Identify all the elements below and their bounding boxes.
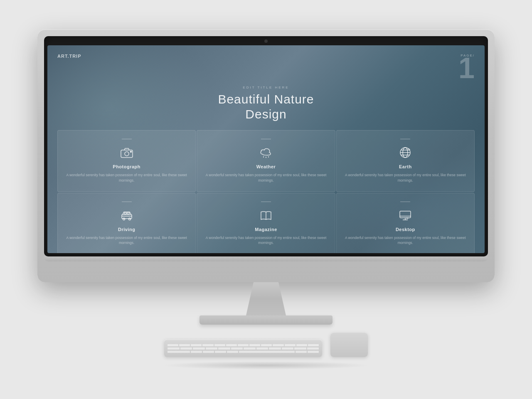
camera-icon	[119, 145, 134, 160]
card-magazine-title: Magazine	[255, 227, 277, 232]
key	[256, 347, 268, 350]
globe-icon	[398, 145, 413, 160]
card-driving: Driving A wonderful serenity has taken p…	[57, 193, 196, 254]
key	[215, 351, 226, 353]
card-weather-title: Weather	[256, 164, 276, 169]
keyboard-row-1	[167, 344, 319, 346]
key	[167, 351, 190, 353]
trackpad	[330, 333, 368, 357]
key	[273, 344, 283, 346]
card-divider	[122, 139, 132, 139]
title-area: EDIT TITLE HERE Beautiful NatureDesign	[47, 81, 485, 130]
key	[249, 344, 260, 346]
keyboard-row-3	[167, 351, 319, 353]
monitor-bottom-bar	[44, 256, 488, 261]
card-desktop-title: Desktop	[396, 227, 415, 232]
card-magazine: Magazine A wonderful serenity has taken …	[197, 193, 335, 254]
card-earth-text: A wonderful serenity has taken possessio…	[343, 172, 468, 183]
key	[239, 351, 295, 353]
key	[231, 347, 243, 350]
cards-grid: Photograph A wonderful serenity has take…	[47, 130, 485, 253]
card-divider	[122, 202, 132, 202]
page-number: 1	[458, 55, 475, 81]
key	[307, 347, 319, 350]
edit-title-label: EDIT TITLE HERE	[47, 86, 485, 89]
svg-point-13	[128, 218, 131, 220]
brand-name: ART.TRIP	[57, 54, 81, 59]
key	[206, 347, 218, 350]
card-weather-text: A wonderful serenity has taken possessio…	[204, 172, 328, 183]
page-indicator: PAGE/ 1	[458, 54, 475, 81]
car-icon	[119, 208, 134, 223]
key	[308, 351, 319, 353]
cloud-icon	[259, 145, 273, 160]
key	[296, 351, 307, 353]
key	[282, 347, 294, 350]
key	[294, 347, 306, 350]
key	[227, 351, 238, 353]
monitor-bezel: ART.TRIP PAGE/ 1 EDIT TITLE HERE Beautif…	[44, 36, 488, 256]
key	[261, 344, 272, 346]
keyboard	[164, 340, 322, 357]
card-divider	[400, 139, 410, 139]
card-magazine-text: A wonderful serenity has taken possessio…	[204, 235, 328, 246]
stand-base	[200, 315, 332, 325]
card-photograph: Photograph A wonderful serenity has take…	[57, 130, 196, 192]
key	[191, 344, 202, 346]
desktop-icon	[398, 208, 413, 223]
key	[218, 347, 230, 350]
card-driving-title: Driving	[118, 227, 135, 232]
scene: ART.TRIP PAGE/ 1 EDIT TITLE HERE Beautif…	[37, 30, 495, 369]
key	[167, 344, 178, 346]
key	[167, 347, 180, 350]
card-desktop-text: A wonderful serenity has taken possessio…	[343, 235, 468, 246]
key	[226, 344, 237, 346]
monitor-outer: ART.TRIP PAGE/ 1 EDIT TITLE HERE Beautif…	[37, 30, 495, 282]
card-photograph-text: A wonderful serenity has taken possessio…	[64, 172, 189, 183]
svg-point-2	[130, 151, 131, 153]
svg-point-1	[125, 152, 129, 156]
card-earth-title: Earth	[399, 164, 412, 169]
key	[269, 347, 281, 350]
svg-rect-15	[124, 212, 126, 214]
key	[285, 344, 296, 346]
card-divider	[261, 202, 271, 202]
shadow-ellipse	[162, 361, 370, 369]
key	[191, 351, 202, 353]
card-divider	[400, 202, 410, 202]
key	[179, 344, 190, 346]
key	[214, 344, 225, 346]
keyboard-area	[164, 333, 368, 357]
key	[203, 351, 214, 353]
card-driving-text: A wonderful serenity has taken possessio…	[64, 235, 189, 246]
stand-neck	[241, 282, 291, 315]
card-photograph-title: Photograph	[113, 164, 140, 169]
screen-content: ART.TRIP PAGE/ 1 EDIT TITLE HERE Beautif…	[47, 45, 485, 253]
screen: ART.TRIP PAGE/ 1 EDIT TITLE HERE Beautif…	[47, 45, 485, 253]
card-earth: Earth A wonderful serenity has taken pos…	[336, 130, 475, 192]
book-icon	[259, 208, 273, 223]
screen-header: ART.TRIP PAGE/ 1	[47, 45, 485, 81]
key	[180, 347, 192, 350]
key	[193, 347, 205, 350]
key	[308, 344, 319, 346]
card-desktop: Desktop A wonderful serenity has taken p…	[336, 193, 475, 254]
card-weather: Weather A wonderful serenity has taken p…	[197, 130, 335, 192]
svg-rect-18	[400, 211, 411, 218]
card-divider	[261, 139, 271, 139]
key	[244, 347, 256, 350]
main-title: Beautiful NatureDesign	[47, 92, 485, 122]
svg-point-12	[123, 218, 125, 220]
camera-dot	[264, 39, 268, 43]
keyboard-row-2	[167, 347, 319, 350]
key	[202, 344, 213, 346]
svg-rect-22	[406, 218, 408, 219]
key	[238, 344, 249, 346]
svg-rect-16	[127, 212, 129, 214]
key	[296, 344, 307, 346]
